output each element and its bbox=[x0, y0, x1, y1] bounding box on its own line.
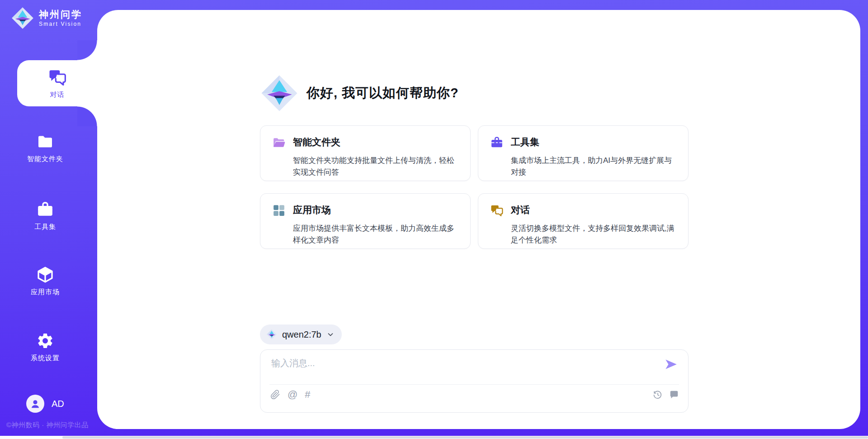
attach-file-button[interactable] bbox=[270, 390, 280, 400]
user-name: AD bbox=[52, 399, 64, 409]
horizontal-scrollbar bbox=[0, 436, 868, 439]
avatar[interactable] bbox=[26, 395, 44, 413]
sidebar-item-smart-folder[interactable]: 智能文件夹 bbox=[0, 133, 90, 163]
app-title: 神州问学 bbox=[39, 9, 82, 20]
folder-open-icon bbox=[272, 136, 286, 149]
toolbox-icon bbox=[490, 136, 504, 149]
feature-cards: 智能文件夹 智能文件夹功能支持批量文件上传与清洗，轻松实现文件问答 工具集 集成… bbox=[260, 125, 689, 249]
send-icon bbox=[664, 357, 678, 372]
composer-tools-left: @ # bbox=[270, 390, 311, 400]
chat-bubble-icon bbox=[669, 390, 679, 400]
folder-icon bbox=[36, 133, 54, 151]
message-composer: @ # bbox=[260, 349, 689, 413]
mention-button[interactable]: @ bbox=[288, 390, 297, 400]
gear-icon bbox=[36, 332, 54, 350]
person-icon bbox=[29, 398, 41, 410]
card-title: 对话 bbox=[511, 203, 677, 220]
card-description: 灵活切换多模型文件，支持多样回复效果调试,满足个性化需求 bbox=[511, 223, 677, 248]
brand-diamond-icon bbox=[266, 329, 277, 340]
chat-bubbles-icon bbox=[48, 68, 67, 87]
send-button[interactable] bbox=[664, 357, 678, 372]
sidebar-item-app-market[interactable]: 应用市场 bbox=[0, 266, 90, 296]
card-smart-folder[interactable]: 智能文件夹 智能文件夹功能支持批量文件上传与清洗，轻松实现文件问答 bbox=[260, 125, 471, 181]
sidebar-item-settings[interactable]: 系统设置 bbox=[0, 332, 90, 363]
card-toolset[interactable]: 工具集 集成市场上主流工具，助力AI与外界无缝扩展与对接 bbox=[478, 125, 689, 181]
card-title: 工具集 bbox=[511, 135, 677, 152]
composer-tools-right bbox=[653, 390, 679, 400]
history-icon bbox=[653, 390, 663, 400]
model-name: qwen2:7b bbox=[282, 329, 321, 340]
toolbox-icon bbox=[36, 200, 54, 219]
active-tab-fillet-bottom bbox=[77, 106, 97, 126]
sidebar: 神州问学 Smart Vision 对话 智能文件夹 工具集 应用市场 系统设置… bbox=[0, 0, 97, 439]
model-selector[interactable]: qwen2:7b bbox=[260, 324, 342, 344]
brand-diamond-icon bbox=[260, 74, 299, 113]
copyright-text: ©神州数码 · 神州问学出品 bbox=[6, 421, 88, 429]
grid-icon bbox=[272, 204, 286, 217]
card-description: 集成市场上主流工具，助力AI与外界无缝扩展与对接 bbox=[511, 155, 677, 181]
active-tab-fillet-top bbox=[77, 40, 97, 60]
sidebar-item-label: 工具集 bbox=[34, 223, 56, 231]
app-subtitle: Smart Vision bbox=[39, 21, 82, 27]
card-chat[interactable]: 对话 灵活切换多模型文件，支持多样回复效果调试,满足个性化需求 bbox=[478, 193, 689, 249]
at-sign-icon: @ bbox=[288, 390, 297, 400]
composer-divider bbox=[269, 384, 679, 385]
message-input[interactable] bbox=[271, 357, 660, 381]
card-app-market[interactable]: 应用市场 应用市场提供丰富长文本模板，助力高效生成多样化文章内容 bbox=[260, 193, 471, 249]
card-title: 应用市场 bbox=[293, 203, 459, 220]
card-description: 智能文件夹功能支持批量文件上传与清洗，轻松实现文件问答 bbox=[293, 155, 459, 181]
chevron-down-icon bbox=[326, 330, 335, 339]
hash-icon: # bbox=[305, 390, 310, 400]
app-logo: 神州问学 Smart Vision bbox=[11, 6, 82, 30]
sidebar-item-chat[interactable]: 对话 bbox=[17, 60, 97, 106]
new-chat-button[interactable] bbox=[669, 390, 679, 400]
brand-diamond-icon bbox=[11, 6, 34, 30]
card-title: 智能文件夹 bbox=[293, 135, 459, 152]
chat-bubbles-icon bbox=[490, 204, 504, 217]
cube-icon bbox=[36, 266, 54, 284]
sidebar-item-label: 智能文件夹 bbox=[27, 155, 63, 163]
card-description: 应用市场提供丰富长文本模板，助力高效生成多样化文章内容 bbox=[293, 223, 459, 248]
hash-button[interactable]: # bbox=[305, 390, 310, 400]
greeting-text: 你好, 我可以如何帮助你? bbox=[307, 84, 459, 102]
sidebar-item-label: 系统设置 bbox=[31, 354, 60, 363]
paperclip-icon bbox=[270, 390, 280, 400]
sidebar-item-toolset[interactable]: 工具集 bbox=[0, 200, 90, 231]
history-button[interactable] bbox=[653, 390, 663, 400]
sidebar-item-label: 应用市场 bbox=[31, 288, 60, 296]
user-profile[interactable]: AD bbox=[26, 395, 64, 413]
greeting: 你好, 我可以如何帮助你? bbox=[260, 74, 459, 113]
horizontal-scrollbar-thumb[interactable] bbox=[62, 436, 868, 439]
main-panel: 你好, 我可以如何帮助你? 智能文件夹 智能文件夹功能支持批量文件上传与清洗，轻… bbox=[97, 10, 860, 429]
sidebar-item-label: 对话 bbox=[50, 91, 65, 99]
